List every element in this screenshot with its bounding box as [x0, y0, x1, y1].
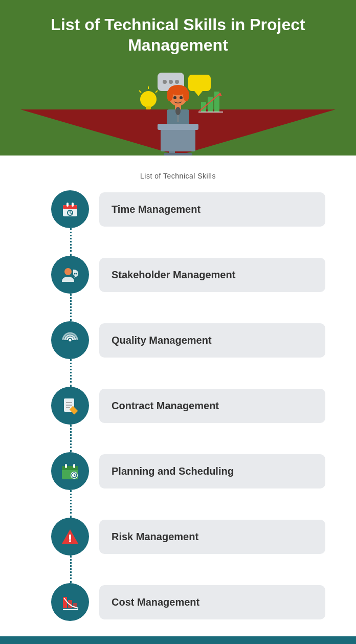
skill-item-time-management: Time Management — [51, 190, 325, 228]
skill-label-contract-management: Contract Management — [99, 389, 325, 423]
skill-icon-stakeholder-management — [51, 256, 89, 294]
svg-point-7 — [140, 91, 157, 107]
skill-icon-time-management — [51, 190, 89, 228]
skill-spacer — [51, 228, 325, 256]
skill-label-stakeholder-management: Stakeholder Management — [99, 258, 325, 292]
svg-line-11 — [155, 91, 158, 93]
subtitle: List of Technical Skills — [0, 156, 356, 185]
header-illustration-area — [20, 63, 336, 156]
svg-line-10 — [139, 91, 141, 93]
svg-point-23 — [180, 96, 183, 99]
svg-rect-50 — [62, 466, 78, 470]
skill-label-cost-management: Cost Management — [99, 585, 325, 619]
skill-label-time-management: Time Management — [99, 192, 325, 227]
svg-rect-52 — [73, 464, 75, 468]
svg-point-41 — [76, 273, 77, 275]
svg-point-39 — [64, 268, 72, 275]
svg-rect-58 — [69, 535, 71, 540]
footer-bar — [0, 636, 356, 644]
svg-rect-51 — [65, 464, 67, 468]
skill-item-planning-scheduling: Planning and Scheduling — [51, 452, 325, 490]
svg-marker-6 — [194, 91, 203, 96]
skill-item-quality-management: Quality Management — [51, 321, 325, 359]
svg-point-21 — [183, 89, 189, 101]
skill-icon-risk-management — [51, 518, 89, 556]
svg-rect-13 — [208, 97, 213, 112]
skill-item-risk-management: Risk Management — [51, 518, 325, 556]
svg-rect-33 — [63, 205, 77, 209]
svg-rect-5 — [188, 75, 211, 91]
presenter-illustration — [127, 69, 229, 156]
skill-spacer — [51, 425, 325, 452]
skill-spacer — [51, 294, 325, 321]
svg-point-4 — [175, 80, 179, 84]
skill-icon-cost-management — [51, 583, 89, 621]
svg-point-3 — [169, 80, 173, 84]
svg-point-22 — [173, 96, 176, 99]
skill-label-risk-management: Risk Management — [99, 520, 325, 554]
svg-point-40 — [74, 273, 76, 275]
skill-label-quality-management: Quality Management — [99, 323, 325, 358]
skill-spacer — [51, 556, 325, 583]
svg-point-20 — [167, 89, 173, 101]
skill-icon-quality-management — [51, 321, 89, 359]
svg-rect-34 — [66, 203, 69, 207]
page-title: List of Technical Skills in Project Mana… — [20, 14, 336, 63]
svg-point-2 — [163, 80, 167, 84]
svg-rect-35 — [72, 203, 74, 207]
svg-rect-8 — [146, 106, 151, 109]
skill-spacer — [51, 359, 325, 387]
svg-rect-31 — [164, 153, 192, 156]
svg-point-59 — [69, 540, 71, 542]
skill-spacer — [51, 490, 325, 518]
skill-label-planning-scheduling: Planning and Scheduling — [99, 454, 325, 488]
svg-rect-29 — [158, 124, 198, 130]
skill-item-stakeholder-management: Stakeholder Management — [51, 256, 325, 294]
skill-item-cost-management: Cost Management — [51, 583, 325, 621]
skill-item-contract-management: Contract Management — [51, 387, 325, 425]
skills-list: Time Management Stakeholder Management Q… — [0, 185, 356, 636]
svg-point-27 — [175, 107, 181, 115]
skill-icon-planning-scheduling — [51, 452, 89, 490]
page-header: List of Technical Skills in Project Mana… — [0, 0, 356, 156]
svg-point-42 — [69, 339, 72, 342]
skill-icon-contract-management — [51, 387, 89, 425]
